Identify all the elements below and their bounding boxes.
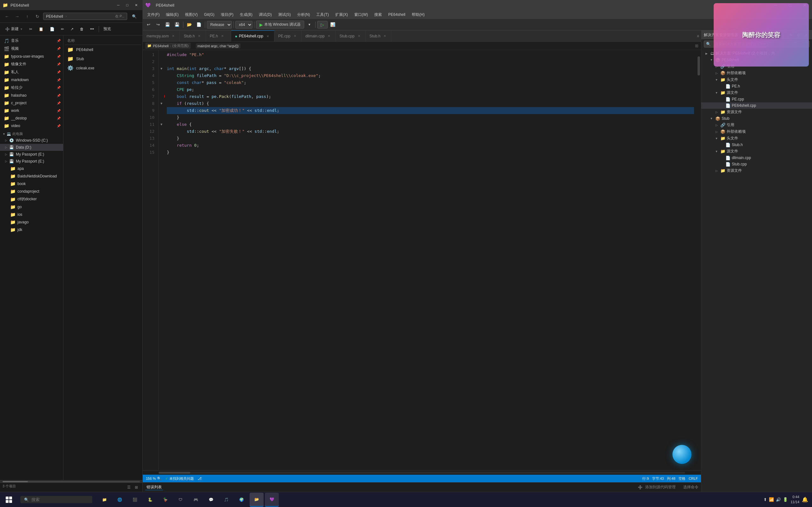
status-row[interactable]: 行:9 [642, 476, 649, 481]
vertical-scrollbar[interactable] [697, 50, 701, 470]
new-button[interactable]: ➕ 新建 ▼ [3, 25, 26, 33]
tree-resources-2[interactable]: ▷ 📁 资源文件 [701, 167, 812, 174]
tree-pe-h[interactable]: 📄 PE.h [701, 83, 812, 89]
menu-test[interactable]: 测试(S) [275, 11, 294, 18]
battery-icon[interactable]: 🔋 [783, 497, 788, 502]
sidebar-item-baidu[interactable]: 📁 BaiduNetdiskDownload [0, 172, 63, 180]
tab-memcpy[interactable]: memcpy.asm ✕ [143, 31, 180, 42]
taskbar-search-bar[interactable]: 🔍 [20, 496, 92, 503]
maximize-button[interactable]: □ [123, 2, 131, 8]
menu-tools[interactable]: 工具(T) [313, 11, 332, 18]
tree-headers-1[interactable]: ▼ 📁 头文件 [701, 76, 812, 83]
drive-passport-e1[interactable]: ▷ 💾 My Passport (E:) [0, 151, 63, 158]
sidebar-item-ctf-docker[interactable]: 📁 ctf的docker [0, 195, 63, 203]
sidebar-item-work[interactable]: 📁 work 📌 [0, 107, 63, 114]
file-item-coleak[interactable]: ⚙️ coleak.exe [65, 63, 141, 72]
sidebar-item-cproject[interactable]: 📁 c_project 📌 [0, 99, 63, 107]
menu-file[interactable]: 文件(F) [144, 11, 163, 18]
menu-extensions[interactable]: 扩展(X) [332, 11, 351, 18]
tree-headers-2[interactable]: ▼ 📁 头文件 [701, 135, 812, 142]
tab-stub-cpp[interactable]: Stub.cpp ✕ [336, 31, 365, 42]
status-chars[interactable]: 列:48 [667, 476, 675, 481]
tree-external-deps-2[interactable]: ▷ 📦 外部依赖项 [701, 128, 812, 135]
taskbar-vs[interactable]: 💜 [265, 493, 279, 507]
tab-pe64shell-cpp[interactable]: ■ PE64shell.cpp ✕ [231, 31, 274, 42]
tab-overflow-button[interactable]: ≡ [695, 31, 701, 42]
sidebar-item-ios[interactable]: 📁 ios [0, 211, 63, 218]
notification-button[interactable]: 🔔 [802, 497, 808, 503]
tree-dllmain-cpp[interactable]: 📄 dllmain.cpp [701, 155, 812, 161]
sidebar-item-halala[interactable]: 📁 哈拉少 📌 [0, 83, 63, 92]
cut-button[interactable]: ✂ [27, 26, 35, 32]
tray-up-icon[interactable]: ⬆ [763, 497, 767, 502]
refresh-button[interactable]: ↻ [33, 12, 42, 21]
tree-stub-h[interactable]: 📄 Stub.h [701, 142, 812, 148]
sidebar-item-jdk[interactable]: 📁 jdk [0, 226, 63, 233]
status-git[interactable]: ⎇ [198, 476, 202, 481]
save-button[interactable]: 💾 [163, 20, 172, 29]
tab-close-dllmain[interactable]: ✕ [326, 34, 332, 39]
tree-references-2[interactable]: ▷ 🔗 引用 [701, 122, 812, 128]
rename-button[interactable]: ✏ [58, 26, 67, 32]
tree-external-deps-1[interactable]: ▷ 📦 外部依赖项 [701, 70, 812, 76]
sidebar-item-markdown[interactable]: 📁 markdown 📌 [0, 76, 63, 83]
horizontal-scrollbar[interactable] [143, 470, 701, 475]
taskbar-app-5[interactable]: 💬 [204, 493, 218, 507]
function-breadcrumb[interactable]: main(int argc, char *argv[]) [196, 43, 241, 49]
sidebar-item-mirror[interactable]: 📁 镜像文件 📌 [0, 60, 63, 68]
sidebar-item-javago[interactable]: 📁 javago [0, 218, 63, 226]
this-pc-section[interactable]: ▼ 💻 此电脑 [0, 130, 63, 137]
taskbar-app-1[interactable]: 🐍 [143, 493, 157, 507]
volume-icon[interactable]: 🔊 [776, 497, 781, 502]
drive-data-d[interactable]: ▷ 💾 Data (D:) [0, 144, 63, 151]
status-encoding[interactable]: CRLF [689, 476, 698, 481]
taskbar-terminal[interactable]: ⬛ [128, 493, 142, 507]
menu-project[interactable]: 项目(P) [217, 11, 237, 18]
taskbar-app-4[interactable]: 🎮 [189, 493, 203, 507]
taskbar-explorer-active[interactable]: 📂 [250, 493, 264, 507]
share-button[interactable]: ↗ [68, 26, 76, 32]
tab-close-stubh2[interactable]: ✕ [382, 34, 387, 39]
paste-button[interactable]: 📄 [47, 26, 57, 32]
taskbar-clock[interactable]: 0:44 11/14 [791, 495, 799, 504]
sidebar-item-book[interactable]: 📁 book [0, 180, 63, 187]
add-code-link[interactable]: ➕ 添加到源代码管理 选择命令 [638, 485, 699, 490]
sidebar-item-halashao[interactable]: 📁 halashao 📌 [0, 92, 63, 99]
undo-button[interactable]: ↩ [144, 20, 153, 29]
code-editor[interactable]: #include "PE.h" int main(int argc, char*… [164, 50, 697, 470]
scrollbar-thumb-h[interactable] [159, 472, 190, 474]
sidebar-item-apa[interactable]: 📁 apa [0, 165, 63, 172]
drive-windows-ssd[interactable]: ▷ 💿 Windows-SSD (C:) [0, 137, 63, 144]
tree-pe64shell-cpp[interactable]: 📄 PE64shell.cpp [701, 102, 812, 109]
taskbar-app-3[interactable]: 🛡 [173, 493, 188, 507]
menu-edit[interactable]: 编辑(E) [163, 11, 182, 18]
network-icon[interactable]: 📶 [769, 497, 774, 502]
menu-window[interactable]: 窗口(W) [351, 11, 371, 18]
performance-button[interactable]: 📊 [328, 20, 337, 29]
sidebar-item-music[interactable]: 🎵 音乐 📌 [0, 37, 63, 45]
sidebar-item-go[interactable]: 📁 go [0, 203, 63, 211]
tree-pe-cpp[interactable]: 📄 PE.cpp [701, 96, 812, 102]
tab-close-peh[interactable]: ✕ [220, 34, 225, 39]
status-zoom[interactable]: 156 % 🔍 [146, 476, 161, 481]
address-bar[interactable]: PE64shell › 在 P... [43, 13, 127, 20]
tree-sources-1[interactable]: ▼ 📁 源文件 [701, 89, 812, 96]
tab-dllmain[interactable]: dllmain.cpp ✕ [302, 31, 336, 42]
menu-search[interactable]: 搜索 [371, 11, 385, 18]
taskbar-chrome[interactable]: 🌍 [235, 493, 248, 507]
save-all-button[interactable]: 💾 [172, 20, 182, 29]
start-button[interactable] [0, 497, 18, 503]
list-view-button[interactable]: ☰ [125, 484, 132, 491]
open-button[interactable]: 📂 [185, 20, 194, 29]
tab-close-stubcpp[interactable]: ✕ [357, 34, 362, 39]
sidebar-item-private[interactable]: 📁 私人 📌 [0, 68, 63, 76]
run-dropdown-button[interactable]: ▼ [305, 20, 314, 29]
up-button[interactable]: ↑ [23, 12, 32, 21]
tab-close-pe64shell[interactable]: ✕ [265, 34, 270, 39]
status-space[interactable]: 空格 [678, 476, 686, 481]
minimize-button[interactable]: ─ [114, 2, 122, 8]
panel-tab-errors[interactable]: 错误列表 [145, 485, 163, 490]
tab-stub-h2[interactable]: Stub.h ✕ [366, 31, 392, 42]
taskbar-app-6[interactable]: 🎵 [219, 493, 233, 507]
menu-git[interactable]: Git(G) [201, 11, 217, 18]
